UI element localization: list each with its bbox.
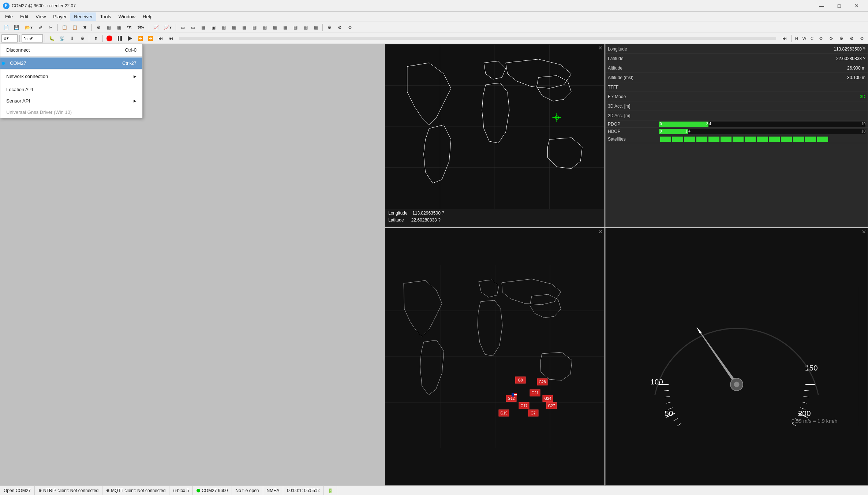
- tb-win6[interactable]: ▦: [229, 23, 239, 32]
- menu-location-api[interactable]: Location API: [0, 84, 142, 95]
- tb-h[interactable]: H: [793, 34, 800, 43]
- minimize-button[interactable]: —: [813, 0, 830, 12]
- tb-bug[interactable]: 🐛: [47, 34, 56, 43]
- disconnect-shortcut: Ctrl-0: [125, 47, 136, 53]
- sep5: [322, 24, 323, 31]
- tb-bar1[interactable]: ▦: [104, 23, 113, 32]
- tb-bar2[interactable]: ▦: [114, 23, 124, 32]
- device-label: u-blox 5: [173, 488, 189, 493]
- tb-win3[interactable]: ▦: [198, 23, 208, 32]
- tb-map1-dd[interactable]: 🗺▾: [135, 23, 147, 32]
- tb-w[interactable]: W: [801, 34, 808, 43]
- tb-win9[interactable]: ▦: [260, 23, 269, 32]
- tb-cfg1[interactable]: ⚙: [94, 23, 103, 32]
- speed-panel-close[interactable]: ✕: [862, 229, 866, 235]
- tb-new[interactable]: 📄: [1, 23, 11, 32]
- window-controls: — □ ✕: [813, 0, 865, 12]
- tb-cfg3[interactable]: ⚙: [335, 23, 344, 32]
- tb-settings[interactable]: ⚙: [78, 34, 87, 43]
- tb-download[interactable]: ⬇: [67, 34, 77, 43]
- tb-copy[interactable]: 📋: [60, 23, 69, 32]
- 2dacc-label: 2D Acc. [m]: [608, 113, 659, 118]
- menu-com27[interactable]: COM27 Ctrl-27: [0, 57, 142, 69]
- status-device: u-blox 5: [169, 486, 193, 495]
- tb-delete[interactable]: ✖: [80, 23, 90, 32]
- tb-c[interactable]: C: [809, 34, 815, 43]
- tb-extra4[interactable]: ⚙: [847, 34, 856, 43]
- tb-extra5[interactable]: ⚙: [857, 34, 867, 43]
- tb-extra3[interactable]: ⚙: [837, 34, 846, 43]
- tb-win4[interactable]: ▣: [209, 23, 218, 32]
- map-panel-close[interactable]: ✕: [598, 45, 603, 51]
- tb-win5[interactable]: ▦: [219, 23, 228, 32]
- menu-file[interactable]: File: [1, 12, 16, 21]
- tb-upload[interactable]: ⬆: [91, 34, 101, 43]
- status-battery: 🔋: [324, 486, 337, 495]
- sky-panel-close[interactable]: ✕: [598, 229, 603, 235]
- info-row-2dacc: 2D Acc. [m]: [606, 111, 868, 120]
- sep1: [57, 24, 58, 31]
- menu-sensor-api[interactable]: Sensor API ▶: [0, 95, 142, 107]
- svg-text:G8: G8: [518, 378, 523, 382]
- tb-ffwd[interactable]: ⏩: [135, 34, 145, 43]
- sep10: [791, 35, 792, 42]
- tb-save[interactable]: 💾: [12, 23, 21, 32]
- tb-step[interactable]: ⏭: [156, 34, 165, 43]
- svg-text:50: 50: [665, 409, 673, 417]
- menu-help[interactable]: Help: [139, 12, 156, 21]
- close-button[interactable]: ✕: [848, 0, 865, 12]
- tb-win8[interactable]: ▦: [250, 23, 259, 32]
- tb-paste[interactable]: 📋: [70, 23, 79, 32]
- tb-wave-dropdown[interactable]: ∿m▾: [22, 34, 43, 42]
- sep8: [89, 35, 89, 42]
- tb-win1[interactable]: ▭: [178, 23, 187, 32]
- tb-play[interactable]: [125, 34, 135, 43]
- tb-start[interactable]: ⏮: [166, 34, 176, 43]
- tb-chart1[interactable]: 📈: [151, 23, 161, 32]
- info-panel-close[interactable]: ✕: [862, 45, 866, 51]
- tb-extra1[interactable]: ⚙: [816, 34, 826, 43]
- menu-receiver[interactable]: Receiver: [70, 12, 96, 21]
- tb-win10[interactable]: ▦: [270, 23, 280, 32]
- protocol-label: NMEA: [267, 488, 280, 493]
- info-row-3dacc: 3D Acc. [m]: [606, 101, 868, 111]
- menu-network-connection[interactable]: Network connection ▶: [0, 71, 142, 82]
- right-panels: ✕: [385, 44, 868, 485]
- menu-window[interactable]: Window: [115, 12, 139, 21]
- right-top-panels: ✕: [385, 44, 868, 227]
- maximize-button[interactable]: □: [831, 0, 848, 12]
- playback-progress[interactable]: [179, 37, 776, 40]
- tb-rwd[interactable]: ⏪: [146, 34, 155, 43]
- tb-print[interactable]: 🖨: [36, 23, 45, 32]
- tb-extra2[interactable]: ⚙: [826, 34, 836, 43]
- menu-edit[interactable]: Edit: [16, 12, 32, 21]
- tb-map1[interactable]: 🗺: [124, 23, 134, 32]
- sep6: [19, 35, 20, 42]
- tb-win2[interactable]: ▭: [188, 23, 198, 32]
- menu-disconnect[interactable]: Disconnect Ctrl-0: [0, 44, 142, 56]
- fixmode-value: 3D: [659, 94, 865, 99]
- tb-cut[interactable]: ✂: [46, 23, 56, 32]
- pdop-label: PDOP: [608, 122, 659, 127]
- menu-view[interactable]: View: [32, 12, 49, 21]
- tb-antenna[interactable]: 📡: [57, 34, 67, 43]
- tb-cfg2[interactable]: ⚙: [325, 23, 334, 32]
- tb-win11[interactable]: ▦: [280, 23, 290, 32]
- right-bottom-panels: ✕: [385, 228, 868, 485]
- tb-win7[interactable]: ▦: [239, 23, 249, 32]
- tb-win13[interactable]: ▦: [301, 23, 310, 32]
- tb-mode-dropdown[interactable]: ⊕▾: [1, 34, 18, 42]
- universal-gnss-label: Universal Gnss Driver (Win 10): [6, 109, 72, 115]
- tb-chart1-dd[interactable]: 📈▾: [161, 23, 174, 32]
- tb-cfg4[interactable]: ⚙: [345, 23, 355, 32]
- tb-win12[interactable]: ▦: [291, 23, 300, 32]
- tb-open-dropdown[interactable]: 📂▾: [22, 23, 35, 32]
- menu-tools[interactable]: Tools: [96, 12, 115, 21]
- tb-pause[interactable]: [115, 34, 124, 43]
- tb-rec[interactable]: [105, 34, 114, 43]
- tb-end[interactable]: ⏭: [780, 34, 789, 43]
- ttff-label: TTFF: [608, 85, 659, 90]
- menu-player[interactable]: Player: [49, 12, 70, 21]
- tb-win14[interactable]: ▦: [311, 23, 321, 32]
- sat-bar-2: [672, 137, 683, 142]
